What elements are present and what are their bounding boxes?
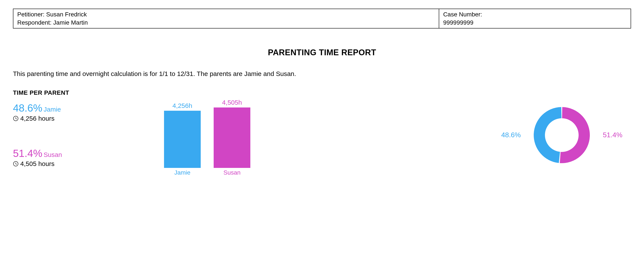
bar-item: 4,505hSusan [214, 99, 250, 176]
case-header-box: Petitioner: Susan Fredrick Respondent: J… [13, 9, 631, 28]
case-header-right: Case Number: 999999999 [439, 9, 630, 28]
susan-name: Susan [44, 151, 62, 158]
clock-icon [13, 116, 18, 121]
bar-chart: 4,256hJamie4,505hSusan [147, 103, 268, 176]
bar-category-label: Susan [223, 169, 240, 176]
bar-value-label: 4,505h [222, 99, 242, 106]
clock-icon [13, 161, 18, 166]
donut-left-pct: 48.6% [501, 131, 521, 139]
respondent-line: Respondent: Jamie Martin [17, 18, 435, 27]
intro-text: This parenting time and overnight calcul… [13, 70, 631, 78]
bar-item: 4,256hJamie [164, 102, 201, 176]
section-heading-time-per-parent: TIME PER PARENT [13, 89, 631, 96]
donut-right-pct: 51.4% [603, 131, 622, 139]
report-title: PARENTING TIME REPORT [13, 48, 631, 57]
petitioner-line: Petitioner: Susan Fredrick [17, 10, 435, 18]
donut-chart [530, 103, 594, 168]
susan-hours: 4,505 hours [20, 160, 54, 168]
case-number-value: 999999999 [443, 18, 627, 27]
donut-slice [560, 107, 590, 163]
bar-rect [214, 108, 250, 168]
case-number-label: Case Number: [443, 10, 627, 18]
case-header-left: Petitioner: Susan Fredrick Respondent: J… [14, 9, 439, 28]
bar-category-label: Jamie [174, 169, 190, 176]
jamie-pct: 48.6% [13, 102, 42, 114]
bar-value-label: 4,256h [172, 102, 192, 110]
jamie-hours: 4,256 hours [20, 115, 54, 122]
stats-column: 48.6%Jamie 4,256 hours 51.4%Susan [13, 103, 134, 168]
donut-slice [534, 107, 562, 163]
stat-block-susan: 51.4%Susan 4,505 hours [13, 148, 134, 168]
jamie-name: Jamie [44, 106, 61, 113]
donut-column: 48.6% 51.4% [268, 103, 631, 168]
stat-block-jamie: 48.6%Jamie 4,256 hours [13, 103, 134, 122]
bar-rect [164, 111, 201, 168]
susan-pct: 51.4% [13, 148, 42, 159]
content-row: 48.6%Jamie 4,256 hours 51.4%Susan [13, 103, 631, 176]
